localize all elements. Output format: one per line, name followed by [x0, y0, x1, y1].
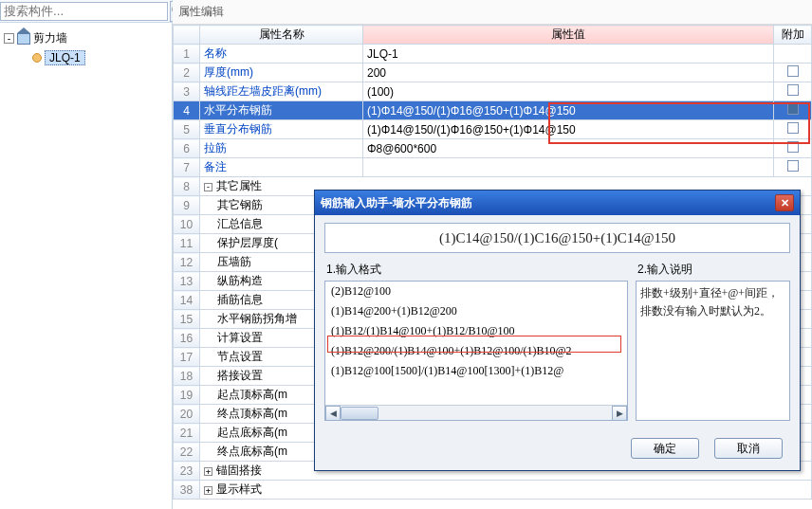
name-cell[interactable]: 轴线距左墙皮距离(mm) — [200, 82, 363, 101]
value-cell[interactable]: Φ8@600*600 — [363, 139, 774, 158]
collapse-icon[interactable]: - — [4, 33, 14, 44]
prop-name: 纵筋构造 — [217, 274, 263, 287]
row-num: 20 — [174, 405, 200, 424]
checkbox[interactable] — [787, 160, 799, 172]
prop-name: 显示样式 — [216, 482, 262, 496]
prop-name: 压墙筋 — [217, 255, 251, 268]
row-num: 22 — [174, 443, 200, 462]
panel-title: 属性编辑 — [173, 0, 812, 25]
ok-button[interactable]: 确定 — [631, 438, 699, 459]
horizontal-scrollbar[interactable]: ◀ ▶ — [325, 405, 627, 420]
col-extra: 附加 — [774, 26, 812, 45]
value-cell[interactable] — [363, 158, 774, 177]
row-num: 12 — [174, 253, 200, 272]
checkbox[interactable] — [787, 122, 799, 134]
desc-text: 排数+级别+直径+@+间距，排数没有输入时默认为2。 — [637, 282, 789, 323]
prop-name: 垂直分布钢筋 — [204, 122, 272, 136]
row-num: 7 — [174, 158, 200, 177]
row-num: 16 — [174, 329, 200, 348]
tree-item-label: JLQ-1 — [45, 50, 85, 65]
table-row[interactable]: 2厚度(mm)200 — [174, 64, 812, 82]
tree-root[interactable]: - 剪力墙 — [4, 28, 168, 48]
prop-name: 拉筋 — [204, 141, 227, 155]
prop-name: 终点顶标高(m — [217, 407, 287, 420]
rebar-helper-dialog: 钢筋输入助手-墙水平分布钢筋 ✕ (1)C14@150/(1)C16@150+(… — [314, 190, 801, 471]
expand-icon[interactable]: + — [204, 486, 212, 495]
extra-cell[interactable] — [774, 45, 812, 64]
value-cell[interactable]: (100) — [363, 82, 774, 101]
row-num: 17 — [174, 348, 200, 367]
tree-item-jlq1[interactable]: JLQ-1 — [4, 48, 168, 67]
row-num: 19 — [174, 386, 200, 405]
prop-name: 搭接设置 — [217, 369, 263, 382]
list-item[interactable]: (1)B14@200+(1)B12@200 — [325, 301, 627, 321]
expand-icon[interactable]: + — [204, 467, 212, 476]
table-row[interactable]: 1名称JLQ-1 — [174, 45, 812, 64]
name-cell[interactable]: 备注 — [200, 158, 363, 177]
prop-name: 其它钢筋 — [217, 198, 263, 211]
prop-name: 锚固搭接 — [216, 464, 262, 477]
search-bar: 🔍 — [0, 0, 172, 23]
row-num: 2 — [174, 64, 200, 82]
prop-name: 插筋信息 — [217, 293, 263, 306]
checkbox[interactable] — [787, 103, 799, 115]
search-input[interactable] — [0, 2, 168, 21]
name-cell[interactable]: 拉筋 — [200, 139, 363, 158]
name-cell[interactable]: 水平分布钢筋 — [200, 101, 363, 120]
name-cell[interactable]: +显示样式 — [200, 481, 812, 500]
value-cell[interactable]: (1)Φ14@150/(1)Φ16@150+(1)Φ14@150 — [363, 101, 774, 120]
table-row[interactable]: 3轴线距左墙皮距离(mm)(100) — [174, 82, 812, 101]
row-num: 3 — [174, 82, 200, 101]
table-row[interactable]: 7备注 — [174, 158, 812, 177]
extra-cell[interactable] — [774, 139, 812, 158]
table-row[interactable]: 5垂直分布钢筋(1)Φ14@150/(1)Φ16@150+(1)Φ14@150 — [174, 120, 812, 139]
name-cell[interactable]: 厚度(mm) — [200, 64, 363, 82]
row-num: 8 — [174, 177, 200, 196]
row-num: 1 — [174, 45, 200, 64]
row-num: 21 — [174, 424, 200, 443]
cancel-button[interactable]: 取消 — [714, 438, 783, 459]
checkbox[interactable] — [787, 84, 799, 96]
value-cell[interactable]: JLQ-1 — [363, 45, 774, 64]
dialog-close-button[interactable]: ✕ — [775, 194, 794, 211]
scroll-left-button[interactable]: ◀ — [325, 406, 341, 421]
prop-name: 起点顶标高(m — [217, 388, 287, 401]
collapse-icon[interactable]: - — [204, 183, 212, 191]
dialog-title-text: 钢筋输入助手-墙水平分布钢筋 — [321, 195, 472, 211]
component-icon — [32, 53, 42, 63]
row-num: 4 — [174, 101, 200, 120]
extra-cell[interactable] — [774, 101, 812, 120]
row-num: 5 — [174, 120, 200, 139]
desc-box: 排数+级别+直径+@+间距，排数没有输入时默认为2。 — [636, 281, 790, 421]
value-cell[interactable]: (1)Φ14@150/(1)Φ16@150+(1)Φ14@150 — [363, 120, 774, 139]
checkbox[interactable] — [787, 65, 799, 77]
name-cell[interactable]: 名称 — [200, 45, 363, 64]
scroll-right-button[interactable]: ▶ — [612, 406, 627, 421]
table-row[interactable]: 4水平分布钢筋(1)Φ14@150/(1)Φ16@150+(1)Φ14@150 — [174, 101, 812, 120]
table-row[interactable]: 38+显示样式 — [174, 481, 812, 500]
prop-name: 厚度(mm) — [204, 65, 253, 79]
list-item[interactable]: (1)B12/(1)B14@100+(1)B12/B10@100 — [325, 321, 627, 341]
wall-icon — [17, 33, 30, 45]
row-num: 10 — [174, 215, 200, 234]
row-num: 6 — [174, 139, 200, 158]
extra-cell[interactable] — [774, 158, 812, 177]
row-num: 11 — [174, 234, 200, 253]
prop-name: 起点底标高(m — [217, 426, 287, 439]
extra-cell[interactable] — [774, 120, 812, 139]
list-item[interactable]: (1)B12@200/(1)B14@100+(1)B12@100/(1)B10@… — [325, 341, 627, 361]
dialog-titlebar[interactable]: 钢筋输入助手-墙水平分布钢筋 ✕ — [315, 191, 800, 215]
value-cell[interactable]: 200 — [363, 64, 774, 82]
prop-name: 备注 — [204, 160, 227, 173]
table-row[interactable]: 6拉筋Φ8@600*600 — [174, 139, 812, 158]
name-cell[interactable]: 垂直分布钢筋 — [200, 120, 363, 139]
close-icon: ✕ — [781, 198, 789, 209]
extra-cell[interactable] — [774, 64, 812, 82]
list-item[interactable]: (2)B12@100 — [325, 282, 627, 301]
row-num: 38 — [174, 481, 200, 500]
list-item[interactable]: (1)B12@100[1500]/(1)B14@100[1300]+(1)B12… — [325, 361, 627, 381]
scroll-thumb[interactable] — [341, 407, 378, 420]
checkbox[interactable] — [787, 141, 799, 153]
col-value: 属性值 — [363, 26, 774, 45]
extra-cell[interactable] — [774, 82, 812, 101]
